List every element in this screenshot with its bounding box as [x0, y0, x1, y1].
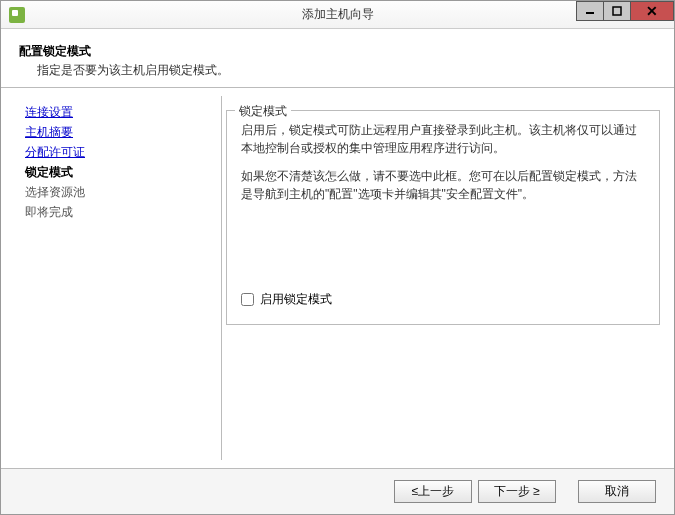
window-title: 添加主机向导 — [302, 6, 374, 23]
wizard-steps-sidebar: 连接设置 主机摘要 分配许可证 锁定模式 选择资源池 即将完成 — [1, 88, 221, 468]
step-connection-settings[interactable]: 连接设置 — [25, 102, 211, 122]
minimize-button[interactable] — [576, 1, 604, 21]
cancel-button[interactable]: 取消 — [578, 480, 656, 503]
step-host-summary[interactable]: 主机摘要 — [25, 122, 211, 142]
enable-lockdown-label: 启用锁定模式 — [260, 291, 332, 308]
lockdown-description-2: 如果您不清楚该怎么做，请不要选中此框。您可在以后配置锁定模式，方法是导航到主机的… — [241, 167, 645, 203]
lockdown-fieldset: 锁定模式 启用后，锁定模式可防止远程用户直接登录到此主机。该主机将仅可以通过本地… — [226, 110, 660, 325]
maximize-button[interactable] — [603, 1, 631, 21]
wizard-footer: ≤上一步 下一步 ≥ 取消 — [1, 468, 674, 514]
step-resource-pool: 选择资源池 — [25, 182, 211, 202]
header-section: 配置锁定模式 指定是否要为该主机启用锁定模式。 — [1, 29, 674, 88]
page-title: 配置锁定模式 — [19, 43, 656, 60]
lockdown-description-1: 启用后，锁定模式可防止远程用户直接登录到此主机。该主机将仅可以通过本地控制台或授… — [241, 121, 645, 157]
step-ready-complete: 即将完成 — [25, 202, 211, 222]
enable-lockdown-checkbox[interactable] — [241, 293, 254, 306]
window-controls: ✕ — [576, 1, 674, 21]
next-button[interactable]: 下一步 ≥ — [478, 480, 556, 503]
app-icon — [9, 7, 25, 23]
enable-lockdown-row: 启用锁定模式 — [241, 291, 645, 308]
wizard-window: 添加主机向导 ✕ 配置锁定模式 指定是否要为该主机启用锁定模式。 连接设置 主机… — [0, 0, 675, 515]
fieldset-legend: 锁定模式 — [235, 103, 291, 120]
main-panel: 锁定模式 启用后，锁定模式可防止远程用户直接登录到此主机。该主机将仅可以通过本地… — [222, 88, 674, 468]
back-button[interactable]: ≤上一步 — [394, 480, 472, 503]
step-lockdown-mode: 锁定模式 — [25, 162, 211, 182]
page-description: 指定是否要为该主机启用锁定模式。 — [19, 62, 656, 79]
titlebar: 添加主机向导 ✕ — [1, 1, 674, 29]
wizard-body: 连接设置 主机摘要 分配许可证 锁定模式 选择资源池 即将完成 锁定模式 启用后… — [1, 88, 674, 468]
svg-rect-1 — [613, 7, 621, 15]
close-button[interactable]: ✕ — [630, 1, 674, 21]
step-assign-license[interactable]: 分配许可证 — [25, 142, 211, 162]
